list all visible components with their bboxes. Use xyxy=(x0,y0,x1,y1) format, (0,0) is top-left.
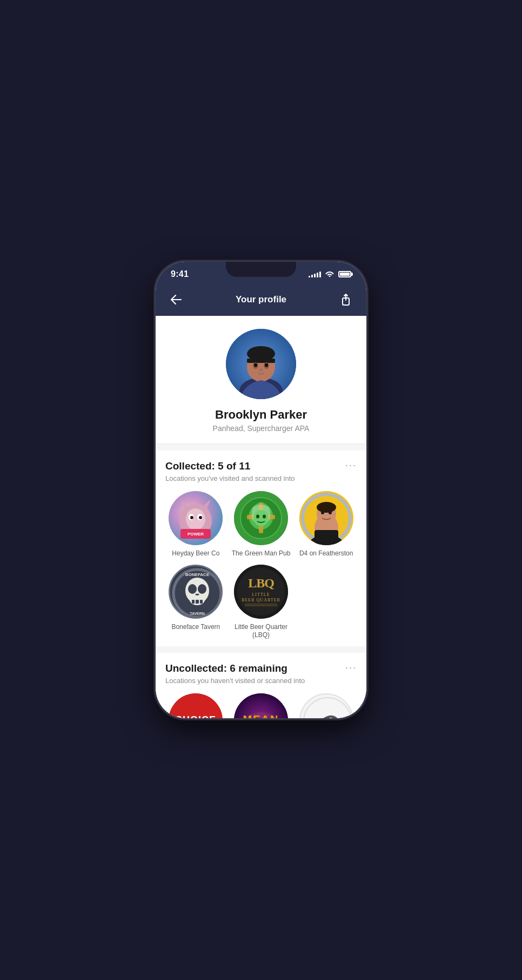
svg-text:LITTLE: LITTLE xyxy=(252,592,270,597)
collected-title: Collected: 5 of 11 xyxy=(165,460,250,472)
back-button[interactable] xyxy=(166,290,186,309)
svg-rect-44 xyxy=(192,600,195,604)
heyday-badge: POWER xyxy=(169,491,223,545)
svg-point-18 xyxy=(190,516,193,519)
avatar xyxy=(226,329,296,399)
svg-text:BEER QUARTER: BEER QUARTER xyxy=(242,598,280,602)
svg-text:CHOICE: CHOICE xyxy=(175,714,216,718)
list-item[interactable] xyxy=(296,693,357,718)
signal-icon xyxy=(309,271,321,277)
lbq-badge: LBQ LITTLE BEER QUARTER xyxy=(234,565,288,619)
empty-slot xyxy=(296,565,357,640)
collected-section: Collected: 5 of 11 ··· Locations you've … xyxy=(156,451,366,646)
svg-point-27 xyxy=(256,515,259,519)
location-name: Heyday Beer Co xyxy=(172,549,219,558)
uncollected-more-button[interactable]: ··· xyxy=(345,663,357,672)
list-item[interactable]: POWER Heyday Beer Co xyxy=(165,491,226,558)
collected-row-1: POWER Heyday Beer Co xyxy=(165,491,357,558)
profile-name: Brooklyn Parker xyxy=(215,408,307,422)
svg-point-43 xyxy=(198,584,206,594)
svg-rect-46 xyxy=(200,600,203,604)
status-icons xyxy=(309,270,351,279)
phone-frame: 9:41 xyxy=(156,262,366,718)
svg-rect-37 xyxy=(314,530,338,545)
wifi-icon xyxy=(325,270,334,279)
svg-point-35 xyxy=(321,511,324,514)
svg-point-50 xyxy=(237,568,285,615)
location-name: D4 on Featherston xyxy=(299,549,353,558)
list-item[interactable]: LBQ LITTLE BEER QUARTER Little Beer Quar… xyxy=(231,565,292,640)
nav-bar: Your profile xyxy=(156,283,366,316)
d4-badge xyxy=(299,491,353,545)
share-button[interactable] xyxy=(336,290,356,309)
choice-badge: CHOICE xyxy=(169,693,223,718)
list-item[interactable]: CHOICE xyxy=(165,693,226,718)
svg-point-42 xyxy=(188,584,197,594)
greenman-badge xyxy=(234,491,288,545)
uncollected-header: Uncollected: 6 remaining ··· xyxy=(165,663,357,674)
location-name: Boneface Tavern xyxy=(171,623,220,632)
list-item[interactable]: MEAN xyxy=(231,693,292,718)
svg-point-19 xyxy=(199,516,202,519)
svg-text:LBQ: LBQ xyxy=(248,576,274,590)
svg-text:POWER: POWER xyxy=(188,532,204,537)
parrotdog-badge xyxy=(299,693,353,718)
svg-point-36 xyxy=(329,511,332,514)
scroll-content[interactable]: Brooklyn Parker Panhead, Supercharger AP… xyxy=(156,316,366,718)
collected-more-button[interactable]: ··· xyxy=(345,460,357,470)
location-name: The Green Man Pub xyxy=(232,549,291,558)
svg-rect-45 xyxy=(196,600,199,604)
svg-text:TAVERN: TAVERN xyxy=(190,612,205,615)
collected-row-2: BONEFACE TAVERN Boneface Tavern xyxy=(165,565,357,640)
profile-section: Brooklyn Parker Panhead, Supercharger AP… xyxy=(156,316,366,444)
uncollected-title: Uncollected: 6 remaining xyxy=(165,663,287,674)
svg-point-34 xyxy=(317,502,336,513)
nav-title: Your profile xyxy=(236,294,286,305)
svg-point-28 xyxy=(263,515,266,519)
collected-header: Collected: 5 of 11 ··· xyxy=(165,460,357,472)
svg-point-9 xyxy=(254,363,257,367)
status-time: 9:41 xyxy=(171,269,189,279)
svg-point-10 xyxy=(265,363,268,367)
list-item[interactable]: BONEFACE TAVERN Boneface Tavern xyxy=(165,565,226,640)
mean-badge: MEAN xyxy=(234,693,288,718)
boneface-badge: BONEFACE TAVERN xyxy=(169,565,223,619)
uncollected-grid: CHOICE xyxy=(165,693,357,718)
location-name: Little Beer Quarter (LBQ) xyxy=(231,623,292,640)
uncollected-subtitle: Locations you haven't visited or scanned… xyxy=(165,677,357,685)
battery-icon xyxy=(338,271,351,277)
uncollected-section: Uncollected: 6 remaining ··· Locations y… xyxy=(156,653,366,718)
svg-point-26 xyxy=(253,510,269,526)
svg-rect-6 xyxy=(247,359,275,363)
collected-subtitle: Locations you've visited and scanned int… xyxy=(165,474,357,482)
svg-point-15 xyxy=(186,508,205,530)
list-item[interactable]: D4 on Featherston xyxy=(296,491,357,558)
svg-text:BONEFACE: BONEFACE xyxy=(185,572,210,577)
list-item[interactable]: The Green Man Pub xyxy=(231,491,292,558)
screen: 9:41 xyxy=(156,262,366,718)
profile-subtitle: Panhead, Supercharger APA xyxy=(213,424,310,433)
notch xyxy=(226,262,296,277)
